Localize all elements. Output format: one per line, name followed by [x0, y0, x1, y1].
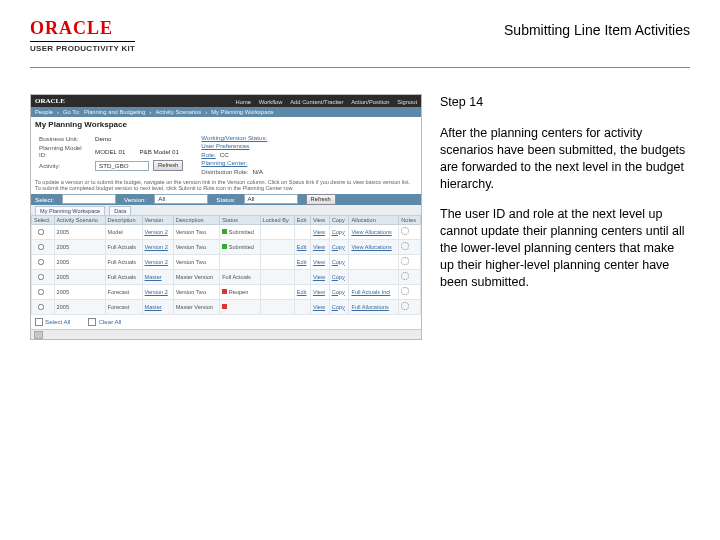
cell-desc: Full Actuals: [105, 254, 142, 269]
tab-workspace[interactable]: My Planning Workspace: [35, 206, 105, 215]
cell-scenario: 2005: [54, 299, 105, 314]
band-refresh-button[interactable]: Refresh: [306, 194, 336, 205]
topbar-link[interactable]: Action/Position: [351, 99, 389, 105]
topbar-link[interactable]: Home: [236, 99, 251, 105]
cell-version-link[interactable]: Version 2: [142, 284, 173, 299]
cell-locked: [260, 224, 294, 239]
row-checkbox[interactable]: [38, 229, 44, 235]
cell-version-link[interactable]: Master: [142, 299, 173, 314]
cell-copy-link[interactable]: Copy: [329, 239, 349, 254]
cell-version-desc: Version Two: [173, 224, 220, 239]
cell-edit-link[interactable]: Edit: [294, 239, 310, 254]
cell-version-link[interactable]: Version 2: [142, 224, 173, 239]
cell-alloc-link[interactable]: View Allocations: [349, 239, 399, 254]
gear-icon: [401, 302, 409, 310]
cell-edit-link[interactable]: [294, 224, 310, 239]
gear-icon: [401, 257, 409, 265]
version-select[interactable]: All: [154, 194, 208, 204]
cell-status: Submitted: [220, 224, 260, 239]
field-value: MODEL 01: [95, 148, 125, 155]
topbar-link[interactable]: Add Content/Tracker: [290, 99, 343, 105]
cell-version-link[interactable]: Version 2: [142, 254, 173, 269]
cell-select[interactable]: [32, 269, 55, 284]
crumb-item[interactable]: Planning and Budgeting: [84, 109, 146, 115]
cell-edit-link[interactable]: [294, 299, 310, 314]
role-link[interactable]: Role:: [201, 151, 215, 158]
cell-alloc-link[interactable]: [349, 269, 399, 284]
cell-notes[interactable]: [399, 284, 421, 299]
crumb-item[interactable]: Activity Scenarios: [156, 109, 202, 115]
cell-alloc-link[interactable]: View Allocations: [349, 224, 399, 239]
cell-alloc-link[interactable]: Full Actuals Incl: [349, 284, 399, 299]
planning-center-link[interactable]: Planning Center:: [201, 159, 267, 166]
crumb-item[interactable]: People: [35, 109, 53, 115]
cell-select[interactable]: [32, 239, 55, 254]
clear-all-link[interactable]: Clear All: [88, 318, 121, 326]
band-select[interactable]: [62, 194, 116, 204]
cell-notes[interactable]: [399, 299, 421, 314]
select-all-link[interactable]: Select All: [35, 318, 70, 326]
cell-copy-link[interactable]: Copy: [329, 254, 349, 269]
cell-view-link[interactable]: View: [310, 284, 329, 299]
cell-copy-link[interactable]: Copy: [329, 224, 349, 239]
crumb-item: Go To:: [63, 109, 80, 115]
row-checkbox[interactable]: [38, 274, 44, 280]
table-header: Select Activity Scenario Description Ver…: [32, 215, 421, 224]
cell-alloc-link[interactable]: Full Allocations: [349, 299, 399, 314]
cell-select[interactable]: [32, 224, 55, 239]
col-view: View: [310, 215, 329, 224]
activity-select[interactable]: STD_GBO: [95, 161, 149, 171]
tab-data[interactable]: Data: [109, 206, 131, 215]
cell-notes[interactable]: [399, 224, 421, 239]
cell-edit-link[interactable]: Edit: [294, 254, 310, 269]
table-body: 2005ModelVersion 2Version Two SubmittedV…: [32, 224, 421, 314]
row-checkbox[interactable]: [38, 259, 44, 265]
header-form-right: Working/Version Status: User Preferences…: [201, 134, 267, 175]
table-row: 2005Full ActualsVersion 2Version TwoEdit…: [32, 254, 421, 269]
planning-table: Select Activity Scenario Description Ver…: [31, 215, 421, 315]
row-checkbox[interactable]: [38, 289, 44, 295]
topbar-link[interactable]: Workflow: [259, 99, 283, 105]
col-status: Status: [220, 215, 260, 224]
header-divider: [30, 67, 690, 68]
cell-view-link[interactable]: View: [310, 299, 329, 314]
cell-version-desc: Version Two: [173, 284, 220, 299]
cell-select[interactable]: [32, 254, 55, 269]
lesson-title: Submitting Line Item Activities: [504, 22, 690, 38]
cell-view-link[interactable]: View: [310, 224, 329, 239]
dist-role-label: Distribution Role:: [201, 168, 248, 175]
topbar-links: Home Workflow Add Content/Tracker Action…: [230, 98, 417, 105]
instruction-paragraph: After the planning centers for activity …: [440, 125, 690, 193]
cell-edit-link[interactable]: Edit: [294, 284, 310, 299]
cell-scenario: 2005: [54, 284, 105, 299]
cell-status: Submitted: [220, 239, 260, 254]
cell-notes[interactable]: [399, 239, 421, 254]
cell-version-link[interactable]: Master: [142, 269, 173, 284]
dist-role-value: N/A: [252, 168, 262, 175]
crumb-item[interactable]: My Planning Workspace: [211, 109, 273, 115]
cell-copy-link[interactable]: Copy: [329, 269, 349, 284]
horizontal-scrollbar[interactable]: [31, 329, 421, 339]
cell-notes[interactable]: [399, 254, 421, 269]
cell-version-link[interactable]: Version 2: [142, 239, 173, 254]
working-version-link[interactable]: Working/Version Status:: [201, 134, 267, 141]
row-checkbox[interactable]: [38, 304, 44, 310]
cell-alloc-link[interactable]: [349, 254, 399, 269]
topbar-link[interactable]: Signout: [397, 99, 417, 105]
field-label: Business Unit:: [39, 135, 91, 142]
cell-copy-link[interactable]: Copy: [329, 299, 349, 314]
cell-copy-link[interactable]: Copy: [329, 284, 349, 299]
cell-edit-link[interactable]: [294, 269, 310, 284]
cell-view-link[interactable]: View: [310, 254, 329, 269]
cell-view-link[interactable]: View: [310, 239, 329, 254]
cell-version-desc: Version Two: [173, 239, 220, 254]
cell-view-link[interactable]: View: [310, 269, 329, 284]
cell-select[interactable]: [32, 299, 55, 314]
cell-select[interactable]: [32, 284, 55, 299]
user-preferences-link[interactable]: User Preferences: [201, 142, 267, 149]
cell-notes[interactable]: [399, 269, 421, 284]
status-select[interactable]: All: [244, 194, 298, 204]
row-checkbox[interactable]: [38, 244, 44, 250]
scrollbar-thumb[interactable]: [34, 331, 43, 339]
refresh-button[interactable]: Refresh: [153, 160, 183, 171]
